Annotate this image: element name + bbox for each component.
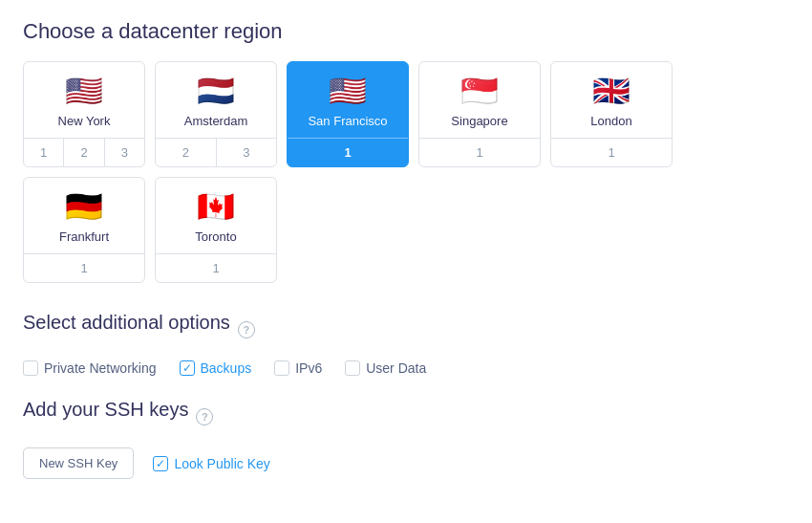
region-name-singapore: Singapore bbox=[451, 114, 507, 128]
region-num-toronto-1[interactable]: 1 bbox=[156, 254, 276, 282]
region-numbers-toronto: 1 bbox=[156, 253, 276, 282]
region-num-new-york-3[interactable]: 3 bbox=[105, 139, 144, 166]
region-name-amsterdam: Amsterdam bbox=[184, 114, 247, 128]
ssh-key-look-public-key[interactable]: ✓Look Public Key bbox=[153, 456, 269, 471]
region-num-london-1[interactable]: 1 bbox=[551, 139, 672, 166]
region-name-toronto: Toronto bbox=[195, 229, 236, 244]
region-numbers-frankfurt: 1 bbox=[24, 253, 144, 282]
region-card-top-singapore: 🇸🇬Singapore bbox=[419, 62, 540, 138]
region-flag-toronto: 🇨🇦 bbox=[197, 191, 235, 222]
region-name-london: London bbox=[590, 114, 631, 128]
region-card-san-francisco[interactable]: 🇺🇸San Francisco1 bbox=[287, 61, 409, 167]
additional-title-row: Select additional options ? bbox=[23, 312, 789, 347]
region-flag-amsterdam: 🇳🇱 bbox=[197, 76, 235, 106]
region-num-singapore-1[interactable]: 1 bbox=[419, 139, 540, 166]
region-name-new-york: New York bbox=[58, 114, 111, 128]
region-num-new-york-2[interactable]: 2 bbox=[64, 139, 104, 166]
region-card-top-toronto: 🇨🇦Toronto bbox=[156, 178, 276, 253]
region-card-new-york[interactable]: 🇺🇸New York123 bbox=[23, 61, 145, 167]
ssh-row: New SSH Key✓Look Public Key bbox=[23, 447, 789, 479]
additional-help-icon[interactable]: ? bbox=[238, 321, 255, 338]
ssh-title: Add your SSH keys bbox=[23, 399, 188, 421]
option-label-backups: Backups bbox=[201, 360, 252, 376]
region-card-top-san-francisco: 🇺🇸San Francisco bbox=[288, 62, 408, 138]
checkbox-ipv6[interactable] bbox=[274, 360, 289, 376]
region-flag-london: 🇬🇧 bbox=[592, 76, 630, 106]
region-num-san-francisco-1[interactable]: 1 bbox=[288, 139, 408, 166]
region-card-amsterdam[interactable]: 🇳🇱Amsterdam23 bbox=[155, 61, 277, 167]
option-ipv6[interactable]: IPv6 bbox=[274, 360, 322, 376]
options-row: Private Networking✓BackupsIPv6User Data bbox=[23, 360, 789, 376]
region-card-top-frankfurt: 🇩🇪Frankfurt bbox=[24, 178, 144, 253]
region-numbers-london: 1 bbox=[551, 138, 672, 166]
region-numbers-new-york: 123 bbox=[24, 138, 144, 166]
region-flag-frankfurt: 🇩🇪 bbox=[65, 191, 103, 222]
ssh-title-row: Add your SSH keys ? bbox=[23, 399, 789, 434]
region-flag-san-francisco: 🇺🇸 bbox=[329, 76, 367, 106]
option-user-data[interactable]: User Data bbox=[345, 360, 426, 376]
region-numbers-amsterdam: 23 bbox=[156, 138, 276, 166]
region-num-new-york-1[interactable]: 1 bbox=[24, 139, 64, 166]
region-card-top-london: 🇬🇧London bbox=[551, 62, 672, 138]
option-label-user-data: User Data bbox=[366, 360, 426, 376]
region-card-frankfurt[interactable]: 🇩🇪Frankfurt1 bbox=[23, 177, 145, 283]
region-name-frankfurt: Frankfurt bbox=[59, 229, 109, 244]
datacenter-title: Choose a datacenter region bbox=[23, 19, 789, 44]
checkbox-checked-backups[interactable]: ✓ bbox=[180, 360, 195, 376]
ssh-section: Add your SSH keys ? New SSH Key✓Look Pub… bbox=[23, 399, 789, 479]
checkbox-private-networking[interactable] bbox=[23, 360, 38, 376]
region-flag-new-york: 🇺🇸 bbox=[65, 76, 103, 106]
region-numbers-san-francisco: 1 bbox=[288, 138, 408, 166]
new-ssh-key-button[interactable]: New SSH Key bbox=[23, 447, 134, 479]
region-num-frankfurt-1[interactable]: 1 bbox=[24, 254, 144, 282]
ssh-checkbox-look-public-key[interactable]: ✓ bbox=[153, 456, 168, 471]
additional-options-section: Select additional options ? Private Netw… bbox=[23, 312, 789, 376]
option-label-private-networking: Private Networking bbox=[44, 360, 157, 376]
region-card-london[interactable]: 🇬🇧London1 bbox=[550, 61, 673, 167]
datacenter-section: Choose a datacenter region 🇺🇸New York123… bbox=[23, 19, 789, 283]
region-num-amsterdam-3[interactable]: 3 bbox=[217, 139, 277, 166]
region-numbers-singapore: 1 bbox=[419, 138, 540, 166]
option-private-networking[interactable]: Private Networking bbox=[23, 360, 157, 376]
region-card-top-new-york: 🇺🇸New York bbox=[24, 62, 144, 138]
region-card-toronto[interactable]: 🇨🇦Toronto1 bbox=[155, 177, 277, 283]
region-flag-singapore: 🇸🇬 bbox=[460, 76, 499, 106]
page-container: Choose a datacenter region 🇺🇸New York123… bbox=[23, 19, 789, 479]
region-card-top-amsterdam: 🇳🇱Amsterdam bbox=[156, 62, 276, 138]
additional-title: Select additional options bbox=[23, 312, 230, 334]
checkbox-user-data[interactable] bbox=[345, 360, 360, 376]
ssh-key-label-look-public-key: Look Public Key bbox=[174, 456, 269, 471]
ssh-help-icon[interactable]: ? bbox=[196, 408, 213, 425]
region-name-san-francisco: San Francisco bbox=[308, 114, 387, 128]
region-card-singapore[interactable]: 🇸🇬Singapore1 bbox=[418, 61, 541, 167]
option-label-ipv6: IPv6 bbox=[295, 360, 322, 376]
region-grid: 🇺🇸New York123🇳🇱Amsterdam23🇺🇸San Francisc… bbox=[23, 61, 789, 283]
region-num-amsterdam-2[interactable]: 2 bbox=[156, 139, 217, 166]
option-backups[interactable]: ✓Backups bbox=[180, 360, 252, 376]
